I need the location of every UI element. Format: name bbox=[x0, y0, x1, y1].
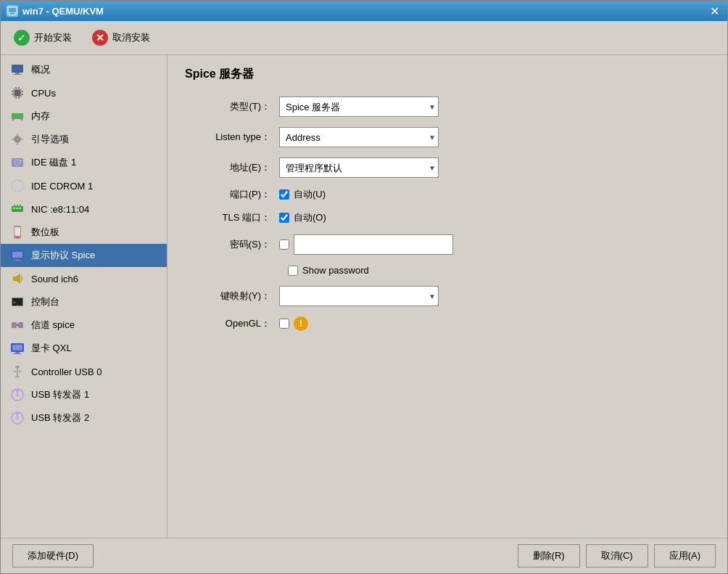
show-password-text: Show password bbox=[302, 265, 369, 276]
sidebar-item-controller-usb[interactable]: Controller USB 0 bbox=[1, 360, 167, 383]
sidebar-display-spice-label: 显示协议 Spice bbox=[31, 249, 95, 262]
type-row: 类型(T)： Spice 服务器 ▼ bbox=[185, 97, 710, 117]
monitor-icon bbox=[9, 62, 25, 78]
password-enable-checkbox[interactable] bbox=[279, 239, 289, 250]
sidebar-usb-hub1-label: USB 转发器 1 bbox=[31, 388, 89, 401]
password-row: 密码(S)： bbox=[185, 234, 710, 255]
svg-rect-60 bbox=[17, 368, 18, 375]
cancel-button[interactable]: 取消(C) bbox=[586, 544, 648, 567]
sidebar-item-vga[interactable]: 显卡 QXL bbox=[1, 337, 167, 360]
svg-rect-57 bbox=[15, 352, 20, 353]
svg-rect-67 bbox=[15, 389, 20, 391]
password-input-row bbox=[279, 234, 453, 255]
svg-point-32 bbox=[17, 185, 19, 187]
tls-port-control: 自动(O) bbox=[279, 211, 326, 224]
svg-rect-56 bbox=[12, 345, 22, 350]
sidebar-item-boot[interactable]: 引导选项 bbox=[1, 128, 167, 151]
svg-rect-21 bbox=[12, 119, 14, 120]
sidebar-nic-label: NIC :e8:11:04 bbox=[31, 204, 89, 215]
svg-rect-9 bbox=[12, 94, 13, 95]
sidebar-vga-label: 显卡 QXL bbox=[31, 342, 72, 355]
sidebar-item-display-spice[interactable]: 显示协议 Spice bbox=[1, 244, 167, 267]
display-icon bbox=[9, 247, 25, 263]
listen-type-control: Address ▼ bbox=[279, 127, 439, 147]
settings-icon bbox=[9, 131, 25, 147]
address-select[interactable]: 管理程序默认 bbox=[279, 157, 439, 178]
type-select[interactable]: Spice 服务器 bbox=[279, 97, 439, 117]
svg-rect-46 bbox=[13, 261, 22, 261]
sidebar-cpus-label: CPUs bbox=[31, 88, 56, 99]
cancel-install-button[interactable]: ✕ 取消安装 bbox=[88, 27, 154, 49]
add-hardware-button[interactable]: 添加硬件(D) bbox=[12, 544, 94, 567]
apply-button[interactable]: 应用(A) bbox=[654, 544, 716, 567]
show-password-checkbox[interactable] bbox=[288, 266, 298, 276]
svg-rect-4 bbox=[15, 73, 20, 74]
keymap-row: 键映射(Y)： ▼ bbox=[185, 286, 710, 306]
channel-icon bbox=[9, 317, 25, 333]
port-auto-checkbox[interactable] bbox=[279, 189, 289, 200]
type-label: 类型(T)： bbox=[185, 100, 279, 113]
show-password-label[interactable]: Show password bbox=[288, 265, 710, 276]
svg-rect-3 bbox=[12, 65, 23, 73]
nic-icon bbox=[9, 201, 25, 217]
sidebar-boot-label: 引导选项 bbox=[31, 133, 69, 146]
password-input[interactable] bbox=[294, 234, 453, 255]
svg-rect-41 bbox=[15, 227, 20, 236]
svg-marker-73 bbox=[15, 417, 20, 419]
svg-rect-1 bbox=[10, 13, 15, 15]
start-install-button[interactable]: ✓ 开始安装 bbox=[9, 27, 76, 49]
ram-icon bbox=[9, 108, 25, 124]
type-select-wrapper: Spice 服务器 ▼ bbox=[279, 97, 439, 117]
sidebar-item-usb-hub1[interactable]: USB 转发器 1 bbox=[1, 383, 167, 406]
svg-rect-18 bbox=[15, 115, 17, 118]
cancel-install-label: 取消安装 bbox=[112, 31, 150, 44]
password-control bbox=[279, 234, 453, 255]
opengl-checkbox[interactable] bbox=[279, 319, 289, 329]
sidebar-item-cpus[interactable]: CPUs bbox=[1, 81, 167, 104]
sidebar-item-nic[interactable]: NIC :e8:11:04 bbox=[1, 197, 167, 221]
main-content: 概况 CPUs bbox=[1, 55, 727, 538]
svg-marker-48 bbox=[16, 274, 20, 284]
tls-port-auto-checkbox[interactable] bbox=[279, 213, 289, 223]
svg-rect-47 bbox=[13, 276, 16, 281]
keymap-select[interactable] bbox=[279, 286, 439, 306]
sidebar-channel-label: 信道 spice bbox=[31, 319, 75, 332]
delete-button[interactable]: 删除(R) bbox=[518, 544, 580, 567]
sidebar-ide-disk-label: IDE 磁盘 1 bbox=[31, 156, 76, 169]
svg-rect-72 bbox=[17, 414, 18, 417]
sidebar-item-channel-spice[interactable]: 信道 spice bbox=[1, 313, 167, 337]
sidebar-item-memory[interactable]: 内存 bbox=[1, 104, 167, 128]
svg-rect-7 bbox=[15, 90, 20, 96]
sidebar-item-sound[interactable]: Sound ich6 bbox=[1, 267, 167, 290]
svg-marker-69 bbox=[15, 394, 20, 396]
svg-text:>_: >_ bbox=[13, 300, 20, 306]
sidebar-item-ide-cdrom[interactable]: IDE CDROM 1 bbox=[1, 174, 167, 197]
sidebar-item-tablet[interactable]: 数位板 bbox=[1, 221, 167, 244]
svg-rect-44 bbox=[12, 252, 22, 258]
tls-port-label: TLS 端口： bbox=[185, 211, 279, 224]
sidebar-controller-usb-label: Controller USB 0 bbox=[31, 366, 102, 377]
svg-rect-45 bbox=[15, 259, 20, 261]
svg-rect-12 bbox=[15, 87, 17, 89]
svg-rect-19 bbox=[17, 115, 19, 118]
svg-rect-20 bbox=[20, 115, 21, 118]
sidebar-item-usb-hub2[interactable]: USB 转发器 2 bbox=[1, 406, 167, 430]
listen-type-select[interactable]: Address bbox=[279, 127, 439, 147]
svg-rect-37 bbox=[14, 205, 15, 206]
listen-type-label: Listen type： bbox=[185, 131, 279, 144]
sidebar-item-overview[interactable]: 概况 bbox=[1, 58, 167, 81]
svg-rect-71 bbox=[15, 412, 20, 414]
keymap-control: ▼ bbox=[279, 286, 439, 306]
svg-point-42 bbox=[17, 237, 18, 238]
sidebar-item-ide-disk[interactable]: IDE 磁盘 1 bbox=[1, 151, 167, 174]
address-row: 地址(E)： 管理程序默认 ▼ bbox=[185, 157, 710, 178]
tls-port-auto-label[interactable]: 自动(O) bbox=[279, 211, 326, 224]
close-button[interactable]: ✕ bbox=[707, 4, 721, 18]
cpu-icon bbox=[9, 85, 25, 101]
sidebar-item-console[interactable]: >_ 控制台 bbox=[1, 290, 167, 313]
port-auto-text: 自动(U) bbox=[294, 188, 326, 201]
port-auto-label[interactable]: 自动(U) bbox=[279, 188, 326, 201]
usb-hub2-icon bbox=[9, 410, 25, 426]
svg-rect-29 bbox=[20, 160, 22, 161]
disk-icon bbox=[9, 155, 25, 171]
